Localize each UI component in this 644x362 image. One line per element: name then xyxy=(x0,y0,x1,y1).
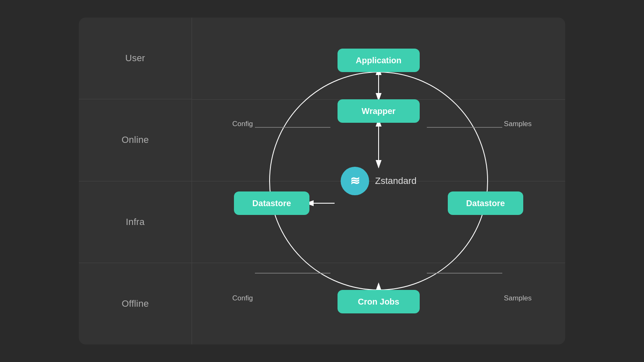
edge-label-config-top: Config xyxy=(232,120,253,128)
node-wrapper: Wrapper xyxy=(338,99,420,123)
diagram-area: Application Wrapper Datastore Datastore … xyxy=(192,18,565,344)
node-cron-jobs: Cron Jobs xyxy=(338,290,420,313)
node-datastore-right: Datastore xyxy=(448,191,523,215)
sidebar-row-user: User xyxy=(79,18,192,99)
sidebar: User Online Infra Offline xyxy=(79,18,192,344)
sidebar-label-offline: Offline xyxy=(122,298,149,309)
edge-label-samples-top: Samples xyxy=(504,120,532,128)
sidebar-row-online: Online xyxy=(79,99,192,181)
zstandard-label: Zstandard xyxy=(375,176,416,186)
node-datastore-left: Datastore xyxy=(234,191,309,215)
sidebar-row-offline: Offline xyxy=(79,263,192,344)
sidebar-label-user: User xyxy=(125,53,145,64)
main-frame: User Online Infra Offline xyxy=(79,18,565,344)
node-application: Application xyxy=(338,49,420,72)
edge-label-config-bottom: Config xyxy=(232,294,253,303)
zstandard-circle: ≋ xyxy=(340,167,369,195)
zstandard-icon: ≋ xyxy=(350,175,360,187)
zstandard-center: ≋ Zstandard xyxy=(340,167,416,195)
sidebar-row-infra: Infra xyxy=(79,181,192,263)
sidebar-label-online: Online xyxy=(122,134,149,145)
sidebar-label-infra: Infra xyxy=(126,217,145,228)
edge-label-samples-bottom: Samples xyxy=(504,294,532,303)
